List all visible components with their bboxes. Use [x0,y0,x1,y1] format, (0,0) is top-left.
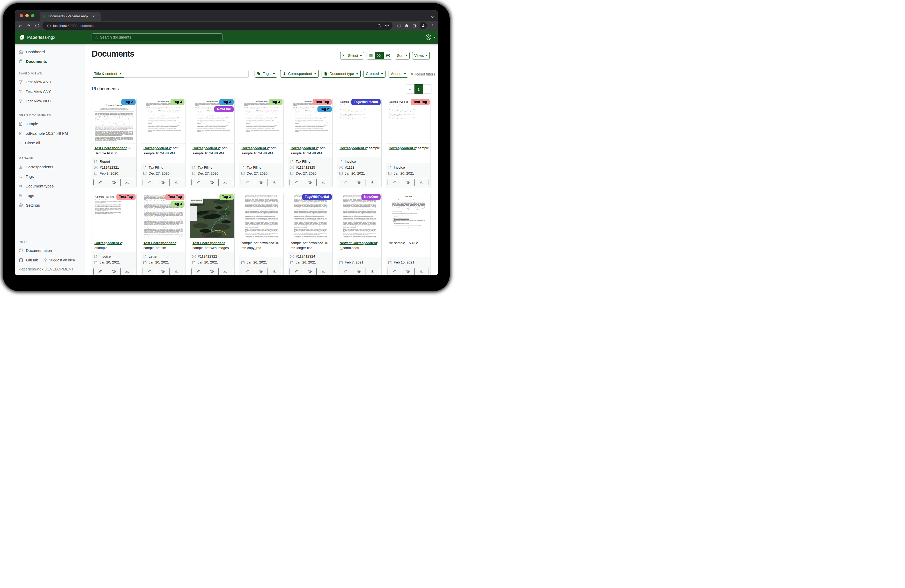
svg-text:Boundary Waters Trip: Boundary Waters Trip [191,200,202,201]
svg-text:Legend: Legend [191,202,194,203]
